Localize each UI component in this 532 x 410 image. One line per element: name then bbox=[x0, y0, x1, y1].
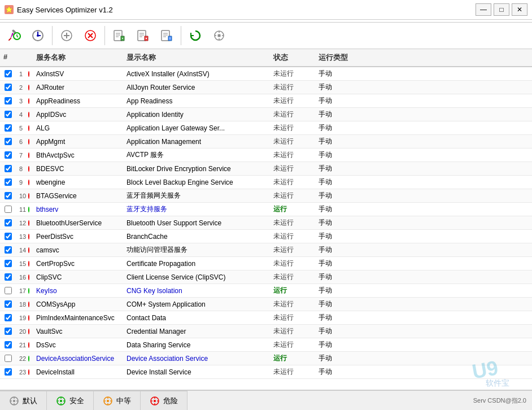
tab-safe[interactable]: 安全 bbox=[47, 391, 94, 410]
tab-safe-label: 安全 bbox=[69, 396, 84, 406]
toolbar-btn-5[interactable] bbox=[108, 25, 130, 46]
service-checkbox[interactable] bbox=[5, 70, 12, 77]
run-type: 手动 bbox=[315, 122, 360, 134]
maximize-button[interactable]: □ bbox=[494, 3, 509, 16]
tab-danger-label: 危险 bbox=[163, 396, 178, 406]
tab-medium[interactable]: 中等 bbox=[94, 391, 141, 410]
close-button[interactable]: ✕ bbox=[512, 3, 527, 16]
service-name: PimIndexMaintenanceSvc bbox=[33, 313, 123, 323]
toolbar-sep-3 bbox=[181, 26, 181, 45]
row-checkbox-col bbox=[0, 69, 16, 78]
stopped-indicator bbox=[28, 247, 29, 253]
row-dot-col: 5 bbox=[16, 124, 33, 133]
service-checkbox[interactable] bbox=[5, 165, 12, 172]
service-checkbox[interactable] bbox=[5, 178, 12, 186]
row-checkbox-col bbox=[0, 245, 16, 255]
row-dot-col: 11 bbox=[16, 205, 33, 214]
service-status: 运行 bbox=[270, 285, 315, 296]
row-dot-col: 10 bbox=[16, 191, 33, 200]
display-name: Credential Manager bbox=[123, 326, 270, 337]
toolbar-btn-9[interactable] bbox=[208, 25, 230, 46]
app-title: Easy Services Optimizer v1.2 bbox=[17, 6, 113, 14]
table-row: 3AppReadinessApp Readiness未运行手动 bbox=[0, 94, 532, 108]
table-body: 1AxInstSVActiveX Installer (AxInstSV)未运行… bbox=[0, 67, 532, 390]
service-checkbox[interactable] bbox=[5, 138, 12, 145]
stopped-indicator bbox=[28, 369, 29, 375]
table-row: 16ClipSVCClient License Service (ClipSVC… bbox=[0, 271, 532, 284]
row-dot-col: 6 bbox=[16, 137, 33, 146]
service-checkbox[interactable] bbox=[5, 97, 12, 104]
service-checkbox[interactable] bbox=[5, 273, 12, 281]
service-checkbox[interactable] bbox=[5, 368, 12, 376]
service-status: 未运行 bbox=[270, 217, 315, 229]
stopped-indicator bbox=[28, 112, 29, 117]
service-checkbox[interactable] bbox=[5, 246, 12, 254]
toolbar-sep-2 bbox=[104, 26, 105, 45]
toolbar-btn-3[interactable] bbox=[56, 25, 77, 46]
tab-default[interactable]: 默认 bbox=[0, 391, 47, 410]
service-name: AJRouter bbox=[33, 82, 123, 93]
display-name: CNG Key Isolation bbox=[123, 286, 270, 296]
service-checkbox[interactable] bbox=[5, 355, 12, 362]
service-name: COMSysApp bbox=[33, 299, 123, 309]
row-checkbox-col bbox=[0, 340, 16, 350]
row-dot-col: 23 bbox=[16, 368, 33, 377]
service-checkbox[interactable] bbox=[5, 341, 12, 348]
run-type: 手动 bbox=[315, 81, 360, 93]
run-type: 手动 bbox=[315, 312, 360, 324]
service-checkbox[interactable] bbox=[5, 111, 12, 118]
service-checkbox[interactable] bbox=[5, 192, 12, 199]
stopped-indicator bbox=[28, 152, 29, 158]
col-service-name: 服务名称 bbox=[33, 51, 123, 64]
service-name: PeerDistSvc bbox=[33, 232, 123, 242]
toolbar-btn-1[interactable] bbox=[3, 25, 25, 46]
service-checkbox[interactable] bbox=[5, 260, 12, 267]
service-status: 未运行 bbox=[270, 122, 315, 134]
table-row: 12BluetoothUserServiceBluetooth User Sup… bbox=[0, 216, 532, 230]
service-checkbox[interactable] bbox=[5, 124, 12, 132]
minimize-button[interactable]: — bbox=[476, 3, 491, 16]
toolbar-btn-4[interactable] bbox=[80, 25, 101, 46]
row-checkbox-col bbox=[0, 137, 16, 146]
service-status: 未运行 bbox=[270, 68, 315, 80]
stopped-indicator bbox=[28, 166, 29, 172]
service-status: 未运行 bbox=[270, 108, 315, 120]
row-dot-col: 22 bbox=[16, 354, 33, 363]
service-checkbox[interactable] bbox=[5, 233, 12, 240]
toolbar-btn-2[interactable] bbox=[27, 25, 49, 46]
service-checkbox[interactable] bbox=[5, 151, 12, 159]
tab-danger[interactable]: 危险 bbox=[141, 391, 187, 410]
service-status: 未运行 bbox=[270, 81, 315, 93]
status-bar-text: Serv CSDN@指2.0 bbox=[468, 391, 532, 410]
service-checkbox[interactable] bbox=[5, 287, 12, 294]
row-checkbox-col bbox=[0, 313, 16, 322]
service-name: DeviceAssociationService bbox=[33, 354, 123, 364]
service-checkbox[interactable] bbox=[5, 206, 12, 213]
service-checkbox[interactable] bbox=[5, 219, 12, 226]
row-dot-col: 20 bbox=[16, 327, 33, 336]
stopped-indicator bbox=[28, 125, 29, 131]
toolbar-btn-7[interactable] bbox=[156, 25, 177, 46]
service-checkbox[interactable] bbox=[5, 328, 12, 335]
app-icon bbox=[5, 5, 14, 14]
table-row: 13PeerDistSvcBranchCache未运行手动 bbox=[0, 230, 532, 243]
toolbar-btn-8[interactable] bbox=[185, 25, 206, 46]
display-name: Data Sharing Service bbox=[123, 340, 270, 350]
service-status: 运行 bbox=[270, 203, 315, 215]
stopped-indicator bbox=[28, 329, 29, 334]
toolbar-btn-6[interactable] bbox=[132, 25, 154, 46]
service-checkbox[interactable] bbox=[5, 300, 12, 308]
row-dot-col: 8 bbox=[16, 164, 33, 173]
stopped-indicator bbox=[28, 274, 29, 280]
table-row: 6AppMgmtApplication Management未运行手动 bbox=[0, 135, 532, 149]
row-dot-col: 2 bbox=[16, 83, 33, 92]
service-checkbox[interactable] bbox=[5, 84, 12, 91]
row-dot-col: 19 bbox=[16, 313, 33, 322]
run-type: 手动 bbox=[315, 325, 360, 337]
display-name: Client License Service (ClipSVC) bbox=[123, 272, 270, 282]
run-type: 手动 bbox=[315, 136, 360, 147]
row-dot-col: 21 bbox=[16, 341, 33, 350]
service-checkbox[interactable] bbox=[5, 314, 12, 321]
table-row: 23DeviceInstallDevice Install Service未运行… bbox=[0, 365, 532, 379]
run-type: 手动 bbox=[315, 190, 360, 202]
